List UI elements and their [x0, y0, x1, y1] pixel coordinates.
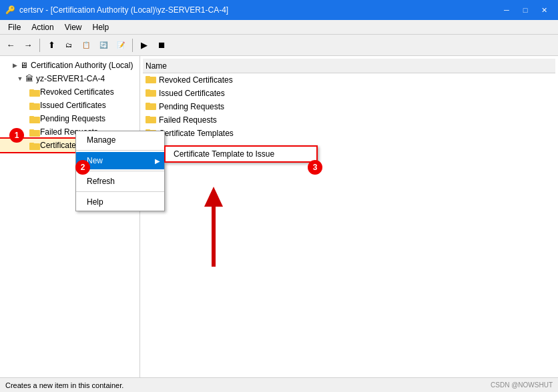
right-folder-pending-icon: [146, 101, 156, 113]
window-controls: ─ □ ✕: [498, 3, 553, 17]
ctx-help-label: Help: [87, 197, 103, 207]
tb-properties[interactable]: 📋: [78, 37, 94, 53]
right-failed[interactable]: Failed Requests: [143, 113, 555, 127]
window-title: certsrv - [Certification Authority (Loca…: [19, 5, 228, 15]
app-icon: 🔑: [5, 5, 15, 15]
close-button[interactable]: ✕: [535, 3, 553, 17]
svg-rect-11: [146, 76, 150, 78]
tb-back[interactable]: ←: [3, 37, 19, 53]
tb-stop[interactable]: ⏹: [154, 37, 170, 53]
svg-rect-7: [29, 129, 34, 131]
right-pending-label: Pending Requests: [159, 102, 224, 111]
svg-rect-17: [146, 116, 150, 118]
ctx-manage-label: Manage: [87, 135, 115, 145]
watermark-text: CSDN @NOWSHUT: [491, 381, 553, 389]
ctx-sep3: [76, 191, 164, 192]
menu-bar: File Action View Help: [0, 20, 558, 35]
server-icon: 🏛: [25, 74, 33, 83]
tb-refresh[interactable]: 🔄: [95, 37, 111, 53]
right-revoked[interactable]: Revoked Certificates: [143, 73, 555, 87]
tb-play[interactable]: ▶: [136, 37, 152, 53]
right-revoked-label: Revoked Certificates: [159, 75, 233, 85]
ctx-new-arrow: ▶: [155, 157, 160, 165]
folder-cert-templates-icon: [29, 141, 40, 149]
svg-rect-9: [29, 143, 34, 145]
right-issued[interactable]: Issued Certificates: [143, 87, 555, 100]
tree-pending[interactable]: Pending Requests: [0, 112, 140, 125]
expand-icon: ▶: [11, 61, 19, 69]
badge-3-label: 3: [313, 163, 318, 172]
tb-export[interactable]: 📝: [113, 37, 129, 53]
menu-file[interactable]: File: [3, 21, 26, 33]
tree-root[interactable]: ▶ 🖥 Certification Authority (Local): [0, 59, 140, 72]
tb-sep1: [39, 39, 40, 52]
right-pane: Name Revoked Certificates Issued Certifi…: [140, 56, 558, 377]
minimize-button[interactable]: ─: [498, 3, 515, 17]
right-folder-revoked-icon: [146, 75, 156, 86]
tree-issued[interactable]: Issued Certificates: [0, 99, 140, 112]
right-pending[interactable]: Pending Requests: [143, 100, 555, 113]
ctx-sep1: [76, 150, 164, 151]
status-bar: Creates a new item in this container. CS…: [0, 377, 558, 392]
right-issued-label: Issued Certificates: [159, 89, 225, 98]
maximize-button[interactable]: □: [517, 3, 534, 17]
folder-pending-icon: [29, 115, 40, 123]
tree-issued-label: Issued Certificates: [40, 101, 106, 110]
badge-1-label: 1: [15, 131, 19, 140]
status-text: Creates a new item in this container.: [5, 381, 123, 389]
submenu-cert-template-issue[interactable]: Certificate Template to Issue: [166, 145, 316, 163]
menu-help[interactable]: Help: [87, 21, 115, 33]
tb-forward[interactable]: →: [20, 37, 36, 53]
title-bar: 🔑 certsrv - [Certification Authority (Lo…: [0, 0, 558, 20]
tree-server-label: yz-SERVER1-CA-4: [36, 74, 105, 83]
column-name-header: Name: [146, 61, 167, 71]
folder-revoked-icon: [29, 88, 40, 96]
column-header: Name: [143, 59, 555, 73]
computer-icon: 🖥: [20, 61, 28, 70]
tree-pending-label: Pending Requests: [40, 114, 105, 123]
tb-up[interactable]: ⬆: [43, 37, 59, 53]
badge-3: 3: [308, 160, 322, 175]
right-failed-label: Failed Requests: [159, 115, 217, 125]
svg-rect-5: [29, 116, 34, 118]
submenu-cert-template-issue-label: Certificate Template to Issue: [174, 149, 274, 159]
right-folder-issued-icon: [146, 88, 156, 99]
ctx-refresh[interactable]: Refresh: [76, 173, 164, 190]
svg-rect-1: [29, 89, 34, 91]
ctx-sep2: [76, 171, 164, 171]
svg-rect-15: [146, 103, 150, 105]
tree-server[interactable]: ▼ 🏛 yz-SERVER1-CA-4: [0, 72, 140, 85]
main-content: ▶ 🖥 Certification Authority (Local) ▼ 🏛 …: [0, 56, 558, 377]
ctx-refresh-label: Refresh: [87, 177, 115, 186]
menu-action[interactable]: Action: [26, 21, 59, 33]
submenu: Certificate Template to Issue: [164, 145, 318, 163]
tree-root-label: Certification Authority (Local): [31, 61, 133, 70]
server-expand-icon: ▼: [16, 75, 24, 83]
badge-2: 2: [75, 160, 90, 175]
badge-2-label: 2: [81, 163, 85, 172]
svg-rect-13: [146, 89, 150, 91]
folder-issued-icon: [29, 101, 40, 109]
menu-view[interactable]: View: [59, 21, 87, 33]
toolbar: ← → ⬆ 🗂 📋 🔄 📝 ▶ ⏹: [0, 35, 558, 56]
tb-show-hide[interactable]: 🗂: [61, 37, 77, 53]
svg-rect-3: [29, 103, 34, 105]
ctx-manage[interactable]: Manage: [76, 131, 164, 149]
title-text: 🔑 certsrv - [Certification Authority (Lo…: [5, 5, 228, 15]
tree-revoked[interactable]: Revoked Certificates: [0, 85, 140, 99]
right-cert-templates[interactable]: Certificate Templates: [143, 127, 555, 140]
badge-1: 1: [9, 128, 24, 143]
tree-pane: ▶ 🖥 Certification Authority (Local) ▼ 🏛 …: [0, 56, 140, 377]
right-folder-failed-icon: [146, 115, 156, 126]
ctx-help[interactable]: Help: [76, 193, 164, 211]
tb-sep2: [132, 39, 133, 52]
tree-revoked-label: Revoked Certificates: [40, 87, 114, 97]
folder-failed-icon: [29, 128, 40, 136]
right-cert-templates-label: Certificate Templates: [159, 129, 234, 138]
